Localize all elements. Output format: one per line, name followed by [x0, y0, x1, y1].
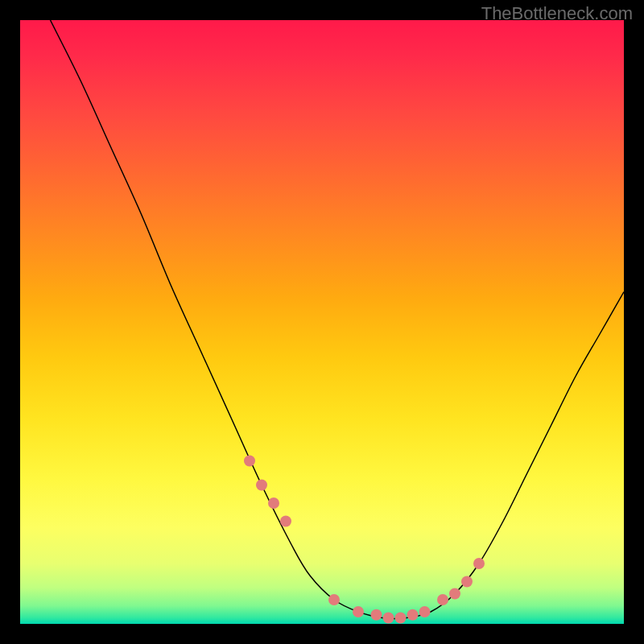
watermark-text: TheBottleneck.com [481, 3, 633, 24]
highlight-dots-group [244, 456, 485, 624]
highlight-dot [280, 516, 291, 527]
highlight-dot [383, 613, 394, 624]
highlight-dot [407, 609, 419, 621]
highlight-dot [461, 576, 473, 588]
chart-svg [20, 20, 624, 624]
highlight-dot [395, 613, 407, 624]
highlight-dot [244, 456, 255, 467]
highlight-dot [419, 606, 431, 617]
highlight-dot [371, 609, 382, 621]
highlight-dot [328, 594, 340, 605]
highlight-dot [449, 588, 460, 600]
highlight-dot [268, 497, 279, 509]
curve-line [51, 20, 625, 618]
highlight-dot [437, 594, 448, 605]
plot-area [20, 20, 624, 624]
highlight-dot [256, 480, 267, 491]
highlight-dot [473, 558, 485, 569]
highlight-dot [353, 606, 364, 617]
